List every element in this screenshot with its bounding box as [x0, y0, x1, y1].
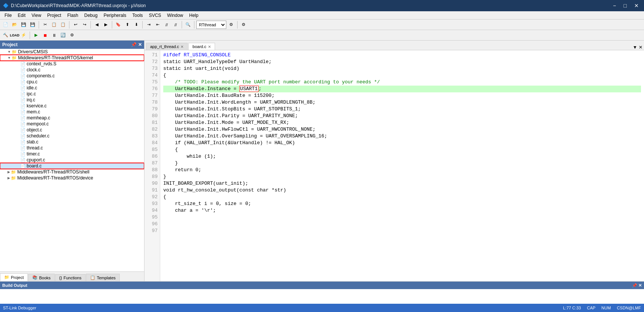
- build-output-pin[interactable]: 📌: [632, 283, 637, 288]
- tree-item-timer[interactable]: 📄timer.c: [0, 151, 144, 157]
- proj-tab-templates-tab[interactable]: 📋Templates: [86, 274, 120, 281]
- functions-tab-icon: {}: [59, 276, 62, 280]
- tab-dropdown-button[interactable]: ▼: [633, 45, 637, 50]
- tree-item-irq[interactable]: 📄irq.c: [0, 97, 144, 103]
- code-area[interactable]: 71 72 73 74 75 76 77 78 79 80 81 82 83 8…: [144, 50, 644, 281]
- tree-item-kservice[interactable]: 📄kservice.c: [0, 103, 144, 109]
- find-button[interactable]: 🔍: [184, 21, 192, 29]
- tree-item-ipc[interactable]: 📄ipc.c: [0, 91, 144, 97]
- tree-item-context_rvds[interactable]: 📄context_rvds.S: [0, 61, 144, 67]
- tree-item-clock[interactable]: 📄clock.c: [0, 67, 144, 73]
- redo-button[interactable]: ↪: [80, 21, 89, 29]
- new-file-button[interactable]: 📄: [2, 21, 10, 29]
- tree-item-idle[interactable]: 📄idle.c: [0, 85, 144, 91]
- tree-item-label: scheduler.c: [27, 133, 50, 139]
- tree-item-object[interactable]: 📄object.c: [0, 127, 144, 133]
- undo-button[interactable]: ↩: [71, 21, 80, 29]
- open-file-button[interactable]: 📂: [11, 21, 19, 29]
- tree-item-memheap[interactable]: 📄memheap.c: [0, 115, 144, 121]
- file-icon: 📄: [20, 146, 26, 151]
- menu-item-window[interactable]: Window: [164, 12, 186, 19]
- expand-icon[interactable]: ▶: [8, 170, 10, 174]
- tree-item-cpuport[interactable]: 📄cpuport.c: [0, 157, 144, 163]
- save-button[interactable]: 💾: [20, 21, 28, 29]
- menu-item-file[interactable]: File: [2, 12, 15, 19]
- tree-item-cpu[interactable]: 📄cpu.c: [0, 79, 144, 85]
- project-close-button[interactable]: ✕: [138, 42, 142, 47]
- code-content[interactable]: #ifdef RT_USING_CONSOLEstatic UART_Handl…: [160, 50, 644, 281]
- debug-run-button[interactable]: ▶: [32, 31, 40, 39]
- target-options-button[interactable]: ⚙: [227, 21, 235, 29]
- tree-item-scheduler[interactable]: 📄scheduler.c: [0, 133, 144, 139]
- file-icon: 📄: [20, 158, 26, 163]
- proj-tab-functions-tab[interactable]: {}Functions: [55, 274, 86, 281]
- menu-item-flash[interactable]: Flash: [64, 12, 81, 19]
- target-dropdown[interactable]: RTthread: [196, 21, 226, 29]
- collapse-icon[interactable]: ▼: [8, 56, 11, 60]
- tree-item-slab[interactable]: 📄slab.c: [0, 139, 144, 145]
- maximize-button[interactable]: □: [621, 2, 629, 9]
- editor-tab-board-tab[interactable]: board.c✕: [188, 43, 215, 50]
- tree-item-mem[interactable]: 📄mem.c: [0, 109, 144, 115]
- tree-item-label: memheap.c: [27, 115, 50, 121]
- copy-button[interactable]: 📋: [50, 21, 58, 29]
- tree-item-label: ipc.c: [27, 91, 36, 96]
- tree-item-middlewares-kernel[interactable]: ▼📁Middlewares/RT-Thread/RTOS/kernel: [0, 55, 144, 61]
- tree-item-drivers-cmsis[interactable]: ▼📁Drivers/CMSIS: [0, 49, 144, 55]
- indent-button[interactable]: ⇥: [144, 21, 153, 29]
- comment-button[interactable]: //: [163, 21, 171, 29]
- nav-back-button[interactable]: ◀: [93, 21, 101, 29]
- paste-button[interactable]: 📋: [59, 21, 67, 29]
- menu-item-help[interactable]: Help: [186, 12, 202, 19]
- status-num: NUM: [602, 306, 611, 310]
- menu-item-view[interactable]: View: [29, 12, 44, 19]
- menu-item-edit[interactable]: Edit: [15, 12, 29, 19]
- minimize-button[interactable]: −: [611, 2, 618, 9]
- editor-tab-close-app-tab[interactable]: ✕: [181, 45, 184, 49]
- tree-item-middlewares-device[interactable]: ▶📁Middlewares/RT-Thread/RTOS/device: [0, 175, 144, 181]
- proj-tab-project-tab[interactable]: 📁Project: [0, 273, 28, 281]
- load-button[interactable]: LOAD: [11, 31, 19, 39]
- tree-item-label: slab.c: [27, 139, 38, 145]
- proj-tab-books-tab[interactable]: 📚Books: [28, 274, 55, 281]
- tree-item-label: mempool.c: [27, 121, 49, 127]
- status-position: L:77 C:33: [563, 306, 581, 310]
- next-bookmark-button[interactable]: ⬇: [132, 21, 140, 29]
- menu-item-project[interactable]: Project: [44, 12, 64, 19]
- debug-options-button[interactable]: ⚙: [68, 31, 76, 39]
- separator-3: [90, 21, 91, 29]
- menu-item-tools[interactable]: Tools: [129, 12, 146, 19]
- tree-item-middlewares-shell[interactable]: ▶📁Middlewares/RT-Thread/RTOS/shell: [0, 169, 144, 175]
- debug-reset-button[interactable]: 🔄: [59, 31, 67, 39]
- cut-button[interactable]: ✂: [41, 21, 49, 29]
- editor-tab-close-board-tab[interactable]: ✕: [208, 45, 211, 49]
- tree-item-thread[interactable]: 📄thread.c: [0, 145, 144, 151]
- menu-item-peripherals[interactable]: Peripherals: [101, 12, 129, 19]
- collapse-icon[interactable]: ▼: [8, 50, 11, 54]
- prev-bookmark-button[interactable]: ⬆: [123, 21, 131, 29]
- build-output-close[interactable]: ✕: [638, 283, 642, 288]
- compile-button[interactable]: ⚡: [20, 31, 28, 39]
- unindent-button[interactable]: ⇤: [153, 21, 162, 29]
- save-all-button[interactable]: 💾: [29, 21, 37, 29]
- debug-pause-button[interactable]: ⏸: [50, 31, 58, 39]
- project-pin-button[interactable]: 📌: [131, 42, 137, 47]
- folder-icon: 📁: [12, 50, 17, 54]
- close-button[interactable]: ✕: [632, 2, 641, 9]
- nav-fwd-button[interactable]: ▶: [102, 21, 110, 29]
- tree-item-board[interactable]: 📄board.c: [0, 163, 144, 169]
- expand-icon[interactable]: ▶: [8, 176, 10, 180]
- build-all-button[interactable]: 🔨: [2, 31, 10, 39]
- debug-stop-button[interactable]: ⏹: [41, 31, 49, 39]
- separator-7: [194, 21, 194, 29]
- menu-item-svcs[interactable]: SVCS: [146, 12, 164, 19]
- editor-tab-app-tab[interactable]: app_rt_thread.c✕: [146, 43, 188, 50]
- tree-item-mempool[interactable]: 📄mempool.c: [0, 121, 144, 127]
- close-editor-button[interactable]: ✕: [639, 45, 642, 50]
- uncomment-button[interactable]: //: [172, 21, 180, 29]
- code-line: UartHandle.Init.Mode = UART_MODE_TX_RX;: [163, 119, 641, 126]
- settings-button[interactable]: ⚙: [239, 21, 248, 29]
- menu-item-debug[interactable]: Debug: [81, 12, 101, 19]
- tree-item-components[interactable]: 📄components.c: [0, 73, 144, 79]
- bookmark-button[interactable]: 🔖: [114, 21, 122, 29]
